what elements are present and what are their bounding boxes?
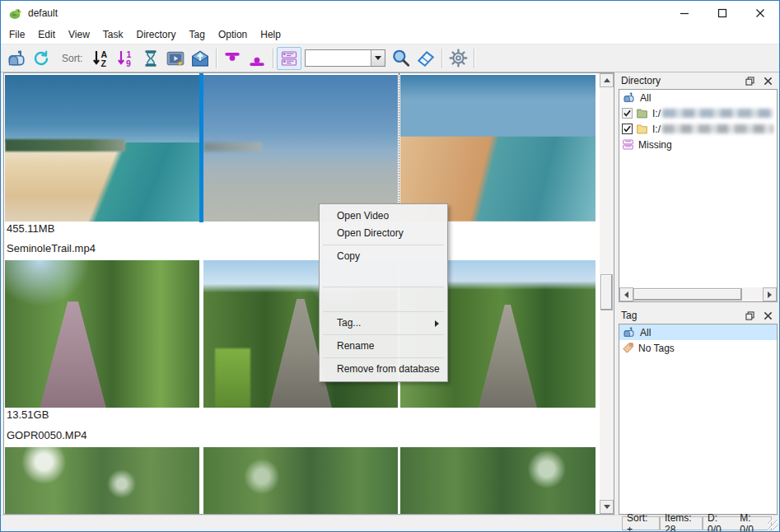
menu-item-blank: [321, 265, 446, 284]
search-button[interactable]: [389, 47, 413, 70]
menu-help[interactable]: Help: [254, 26, 287, 44]
video-thumbnail[interactable]: [5, 260, 199, 408]
tag-item-all[interactable]: All: [619, 324, 777, 340]
filter-combobox[interactable]: [305, 49, 385, 67]
float-panel-button[interactable]: [743, 75, 756, 86]
directory-item-missing[interactable]: Missing: [619, 137, 777, 152]
menu-option[interactable]: Option: [212, 26, 254, 44]
combobox-drop-button[interactable]: [371, 50, 385, 66]
eraser-button[interactable]: [413, 47, 438, 70]
folder-icon: [636, 107, 648, 119]
directory-item-all[interactable]: All: [619, 90, 777, 105]
menu-view[interactable]: View: [62, 26, 96, 44]
menu-separator: [323, 334, 444, 335]
filter-input[interactable]: [306, 50, 371, 66]
trail-path: [479, 305, 537, 408]
status-items-text: Items: 28: [665, 512, 698, 532]
file-size: 13.51GB: [7, 408, 49, 421]
scrollbar-thumb[interactable]: [633, 288, 742, 301]
menu-separator: [323, 245, 444, 245]
settings-button[interactable]: [446, 47, 470, 70]
close-button[interactable]: [741, 1, 779, 26]
menu-directory[interactable]: Directory: [130, 26, 183, 44]
sort-alpha-button[interactable]: A Z: [89, 47, 114, 70]
scroll-down-button[interactable]: [600, 500, 614, 514]
video-thumbnail[interactable]: [5, 447, 199, 515]
scrollbar-thumb[interactable]: [600, 274, 613, 310]
sort-numeric-button[interactable]: 1 9: [114, 47, 138, 70]
video-scan-icon: [166, 49, 185, 68]
close-icon: [764, 77, 773, 86]
tag-panel-title: Tag: [621, 310, 637, 321]
directory-tree: All I:/ I:/ Missing: [619, 89, 778, 302]
dock-panels: Directory All I:/ I:/: [618, 72, 779, 515]
move-bottom-button[interactable]: [245, 47, 269, 70]
svg-text:9: 9: [126, 58, 131, 68]
menu-separator: [323, 357, 444, 358]
directory-checkbox[interactable]: [622, 108, 633, 119]
directory-item-drive[interactable]: I:/: [619, 105, 777, 121]
video-thumbnail[interactable]: [5, 75, 199, 222]
close-icon: [764, 311, 773, 320]
refresh-button[interactable]: [29, 47, 54, 70]
menu-item-copy[interactable]: Copy: [321, 248, 446, 265]
video-thumbnail[interactable]: [203, 447, 398, 515]
move-top-button[interactable]: [220, 47, 245, 70]
directory-item-drive[interactable]: I:/: [619, 121, 777, 137]
tag-item-no-tags[interactable]: No Tags: [619, 340, 777, 356]
arrow-up-icon: [604, 78, 610, 82]
video-thumbnail[interactable]: [400, 75, 596, 222]
beach-treeline: [5, 139, 125, 151]
maximize-button[interactable]: [703, 1, 741, 26]
app-window: default File Edit View Task Directory Ta…: [0, 0, 780, 532]
video-scan-button[interactable]: [163, 47, 188, 70]
menu-bar: File Edit View Task Directory Tag Option…: [1, 26, 779, 44]
status-missing-text: M: 0/0: [740, 512, 767, 532]
arrow-left-icon: [624, 292, 628, 298]
toolbar-separator: [474, 49, 474, 68]
scroll-left-button[interactable]: [619, 287, 633, 301]
menu-item-open-directory[interactable]: Open Directory: [321, 225, 446, 242]
move-bottom-icon: [247, 49, 267, 68]
hourglass-button[interactable]: [138, 47, 163, 70]
menu-item-rename[interactable]: Rename: [321, 338, 446, 355]
toolbar-separator: [273, 49, 273, 68]
toolbar-separator: [216, 49, 217, 68]
close-panel-button[interactable]: [761, 310, 774, 321]
missing-list-icon: [622, 138, 634, 151]
video-thumbnail[interactable]: [400, 447, 596, 515]
open-file-button[interactable]: [188, 47, 213, 70]
directory-checkbox[interactable]: [622, 124, 633, 134]
app-icon: [8, 7, 22, 21]
scroll-up-button[interactable]: [600, 73, 614, 87]
directory-hscrollbar[interactable]: [619, 287, 777, 301]
resize-grip[interactable]: [768, 520, 778, 530]
scroll-right-button[interactable]: [763, 287, 777, 301]
window-title: default: [28, 7, 58, 19]
tag-item-label: All: [640, 327, 651, 338]
search-icon: [391, 49, 411, 68]
trail-grass: [215, 348, 250, 408]
float-panel-button[interactable]: [743, 310, 756, 321]
mailbox-button[interactable]: [4, 47, 29, 70]
menu-item-tag[interactable]: Tag...: [321, 315, 446, 332]
file-size: 455.11MB: [7, 222, 54, 235]
menu-file[interactable]: File: [2, 26, 31, 44]
close-panel-button[interactable]: [761, 75, 774, 86]
menu-task[interactable]: Task: [96, 26, 130, 44]
video-thumbnail[interactable]: [203, 75, 398, 222]
details-view-button[interactable]: [277, 47, 301, 70]
tag-item-label: No Tags: [638, 343, 675, 354]
directory-item-label: Missing: [638, 139, 672, 151]
video-list[interactable]: 455.11MB SeminoleTrail.mp4 13.51GB GOPR0…: [3, 72, 614, 515]
beach-treeline: [203, 142, 262, 152]
menu-item-remove-from-database[interactable]: Remove from database: [321, 361, 446, 378]
minimize-button[interactable]: [666, 1, 703, 26]
move-top-icon: [222, 49, 242, 68]
menu-separator: [323, 311, 444, 312]
vertical-scrollbar[interactable]: [600, 73, 614, 514]
menu-edit[interactable]: Edit: [31, 26, 62, 44]
menu-item-open-video[interactable]: Open Video: [321, 208, 446, 225]
menu-tag[interactable]: Tag: [183, 26, 212, 44]
file-name: SeminoleTrail.mp4: [7, 242, 96, 254]
